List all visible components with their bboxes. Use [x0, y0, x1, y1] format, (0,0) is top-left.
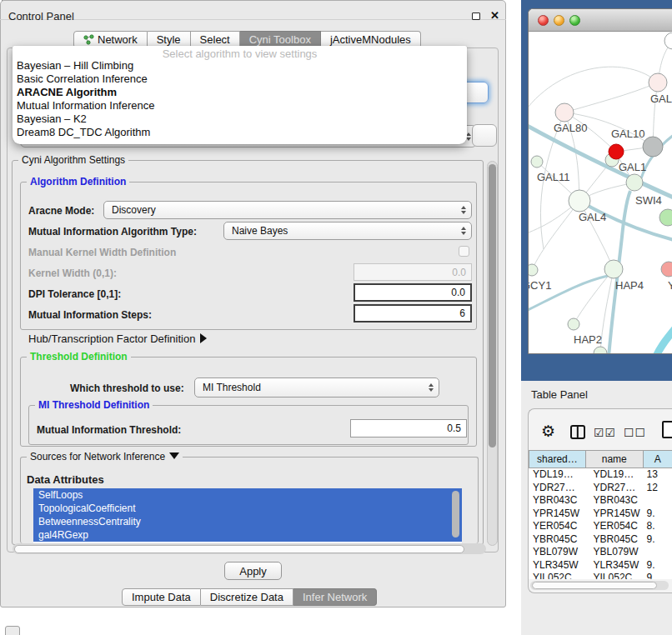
network-node[interactable]	[569, 190, 590, 212]
zoom-traffic-light-icon[interactable]	[569, 15, 580, 26]
float-window-icon[interactable]	[472, 12, 480, 20]
which-threshold-label: Which threshold to use:	[70, 382, 184, 394]
table-row[interactable]: YDL19…YDL19…13	[529, 468, 672, 482]
table-cell: 12	[643, 482, 672, 495]
apply-button[interactable]: Apply	[224, 562, 282, 580]
dpi-tolerance-field[interactable]: 0.0	[354, 283, 472, 302]
network-node[interactable]	[609, 144, 624, 159]
corner-chip	[5, 626, 20, 635]
network-node[interactable]	[594, 347, 607, 354]
column-header-shared[interactable]: shared…	[529, 450, 585, 468]
network-canvas[interactable]: GALGAL80GAL10GAL1GAL11SWI4GAL4GCY1HAP4YH…	[529, 32, 672, 354]
table-row[interactable]: YIL052CYIL052C9.	[529, 572, 672, 579]
tab-label: Cyni Toolbox	[249, 33, 311, 46]
table-cell: YDL19…	[529, 468, 585, 482]
attribute-item-gal4rgexp[interactable]: gal4RGexp	[33, 528, 462, 542]
data-attributes-list[interactable]: SelfLoopsTopologicalCoefficientBetweenne…	[33, 488, 462, 543]
algorithm-definition-title: Algorithm Definition	[27, 176, 129, 188]
mi-steps-field[interactable]: 6	[354, 304, 472, 322]
tab-label: jActiveMNodules	[330, 33, 411, 46]
table-cell: YER054C	[529, 520, 585, 533]
close-traffic-light-icon[interactable]	[538, 15, 549, 26]
which-threshold-select[interactable]: MI Threshold	[194, 378, 439, 398]
network-node[interactable]	[626, 174, 643, 191]
mi-type-select[interactable]: Naive Bayes	[223, 222, 472, 240]
column-header-a[interactable]: A	[643, 450, 672, 468]
minimize-traffic-light-icon[interactable]	[554, 15, 564, 26]
table-cell	[643, 494, 672, 508]
hub-definition-toggle[interactable]: Hub/Transcription Factor Definition	[28, 332, 207, 345]
data-attributes-scrollbar[interactable]	[452, 491, 459, 538]
attribute-item-betweennesscentrality[interactable]: BetweennessCentrality	[33, 515, 462, 528]
table-cell: YBR043C	[529, 494, 585, 508]
table-hscroll-thumb[interactable]	[532, 582, 657, 589]
table-row[interactable]: YBL079WYBL079W	[529, 546, 672, 559]
control-panel-title: Control Panel	[8, 10, 74, 22]
manual-kernel-checkbox[interactable]	[459, 246, 469, 257]
node-table-header: shared…nameA	[529, 450, 672, 468]
algorithm-option-bayesian-k2[interactable]: Bayesian – K2	[13, 112, 467, 126]
table-cell: YIL052C	[585, 572, 643, 579]
kernel-width-field[interactable]: 0.0	[354, 263, 472, 281]
node-table: shared…nameA YDL19…YDL19…13YDR27…YDR27…1…	[529, 450, 672, 579]
table-cell: 9.	[643, 533, 672, 547]
tab-label: Discretize Data	[210, 591, 283, 603]
node-table-body: YDL19…YDL19…13YDR27…YDR27…12YBR043CYBR04…	[529, 468, 672, 579]
tab-impute-data[interactable]: Impute Data	[122, 588, 201, 606]
algorithm-option-aracne-algorithm[interactable]: ARACNE Algorithm	[13, 86, 467, 99]
algorithm-option-basic-correlation-inference[interactable]: Basic Correlation Inference	[13, 72, 467, 86]
network-node-label: GAL1	[619, 161, 646, 173]
table-hscroll-track[interactable]	[530, 581, 669, 590]
table-cell: YIL052C	[529, 572, 585, 579]
tab-infer-network[interactable]: Infer Network	[293, 588, 377, 606]
sources-title[interactable]: Sources for Network Inference	[27, 451, 183, 462]
settings-hscroll-thumb[interactable]	[14, 545, 464, 553]
network-node[interactable]	[664, 32, 672, 49]
algorithm-option-dream8-dc-tdc-algorithm[interactable]: Dream8 DC_TDC Algorithm	[13, 126, 467, 139]
manual-kernel-label: Manual Kernel Width Definition	[28, 247, 176, 258]
which-threshold-value: MI Threshold	[203, 382, 261, 393]
network-node[interactable]	[604, 260, 623, 278]
stepper-icon	[461, 222, 466, 239]
attribute-item-topologicalcoefficient[interactable]: TopologicalCoefficient	[33, 502, 462, 515]
table-row[interactable]: YLR345WYLR345W9.	[529, 559, 672, 572]
network-node[interactable]	[568, 318, 579, 330]
network-node[interactable]	[659, 209, 672, 226]
gear-icon[interactable]: ⚙	[541, 422, 555, 441]
table-cell: YDR27…	[585, 482, 643, 495]
tab-label: Style	[157, 33, 181, 46]
columns-icon[interactable]	[570, 425, 585, 439]
algorithm-option-mutual-information-inference[interactable]: Mutual Information Inference	[13, 99, 467, 112]
network-node[interactable]	[661, 262, 672, 277]
column-header-name[interactable]: name	[585, 450, 643, 468]
table-row[interactable]: YPR145WYPR145W9.	[529, 508, 672, 521]
network-node-label: GAL10	[611, 128, 644, 140]
table-row[interactable]: YER054CYER054C8.	[529, 520, 672, 533]
tab-discretize-data[interactable]: Discretize Data	[201, 588, 293, 606]
network-node-label: GCY1	[529, 279, 551, 292]
network-node[interactable]	[643, 137, 663, 157]
aracne-mode-select[interactable]: Discovery	[103, 201, 472, 219]
unchecked-boxes-icon[interactable]: ☐☐	[624, 426, 646, 439]
table-cell: 9.	[643, 508, 672, 521]
network-node-label: GAL4	[579, 211, 606, 223]
table-row[interactable]: YDR27…YDR27…12	[529, 482, 672, 495]
document-icon[interactable]	[662, 421, 672, 438]
table-row[interactable]: YBR043CYBR043C	[529, 494, 672, 508]
network-node[interactable]	[649, 73, 667, 92]
attribute-item-selfloops[interactable]: SelfLoops	[33, 488, 462, 502]
algorithm-option-bayesian-hill-climbing[interactable]: Bayesian – Hill Climbing	[13, 59, 467, 72]
checked-boxes-icon[interactable]: ☑☑	[594, 426, 616, 439]
network-node[interactable]	[529, 264, 538, 276]
table-row[interactable]: YBR045CYBR045C9.	[529, 533, 672, 547]
data-attributes-label: Data Attributes	[27, 473, 104, 486]
side-button[interactable]	[472, 124, 497, 147]
table-cell: YBR043C	[585, 494, 643, 508]
network-node-label: Y	[668, 279, 672, 292]
mi-threshold-field[interactable]: 0.5	[350, 419, 467, 438]
table-cell: 9.	[643, 559, 672, 572]
network-node[interactable]	[555, 103, 574, 122]
network-node[interactable]	[531, 156, 543, 168]
settings-vscroll-thumb[interactable]	[489, 164, 496, 448]
close-icon[interactable]: ✕	[490, 9, 499, 22]
